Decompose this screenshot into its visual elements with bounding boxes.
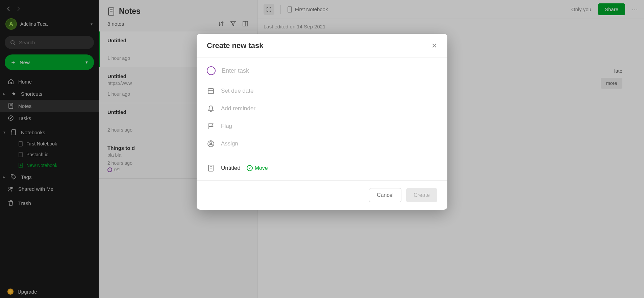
create-button[interactable]: Create — [406, 188, 437, 202]
reminder-label: Add reminder — [221, 105, 255, 112]
modal-backdrop: Create new task ✕ Set due date Add remin… — [0, 0, 644, 298]
assign-label: Assign — [221, 140, 238, 147]
reminder-row[interactable]: Add reminder — [197, 100, 447, 117]
create-task-modal: Create new task ✕ Set due date Add remin… — [197, 34, 447, 210]
assign-row[interactable]: Assign — [197, 135, 447, 153]
person-icon — [207, 140, 215, 147]
modal-title: Create new task — [207, 41, 264, 50]
modal-body: Set due date Add reminder Flag Assign — [197, 58, 447, 180]
check-circle-icon: ✓ — [247, 165, 253, 171]
note-icon — [207, 164, 215, 172]
due-date-label: Set due date — [221, 88, 253, 94]
note-name: Untitled — [221, 165, 241, 171]
modal-header: Create new task ✕ — [197, 34, 447, 58]
task-input-row — [197, 61, 447, 82]
svg-point-29 — [210, 142, 212, 144]
flag-icon — [207, 122, 215, 130]
task-input[interactable] — [222, 67, 437, 74]
calendar-icon — [207, 87, 215, 95]
move-label: Move — [255, 165, 268, 171]
cancel-button[interactable]: Cancel — [369, 188, 401, 202]
bell-icon — [207, 105, 215, 112]
modal-footer: Cancel Create — [197, 180, 447, 210]
close-icon[interactable]: ✕ — [431, 42, 437, 50]
svg-rect-24 — [208, 89, 214, 94]
due-date-row[interactable]: Set due date — [197, 82, 447, 100]
flag-row[interactable]: Flag — [197, 117, 447, 135]
task-circle-icon[interactable] — [207, 66, 216, 75]
flag-label: Flag — [221, 123, 232, 130]
move-button[interactable]: ✓ Move — [247, 165, 268, 171]
note-row[interactable]: Untitled ✓ Move — [197, 159, 447, 177]
